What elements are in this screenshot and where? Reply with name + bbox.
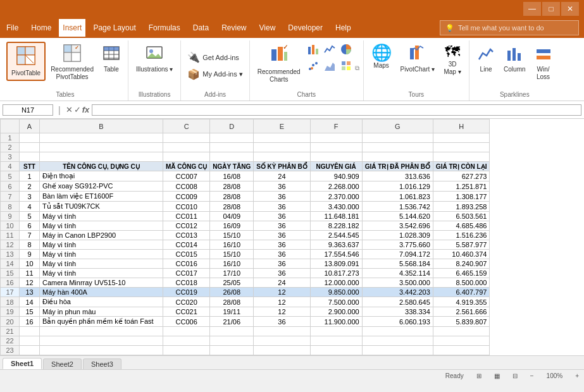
maps-button[interactable]: 🌐 Maps bbox=[368, 42, 395, 72]
table-row: 9 5 Máy vi tính CC011 04/09 36 11.648.18… bbox=[1, 212, 490, 221]
pivot-chart-button[interactable]: PivotChart ▾ bbox=[397, 42, 438, 76]
area-chart-button[interactable] bbox=[322, 58, 337, 73]
recommended-charts-button[interactable]: ✓ RecommendedCharts bbox=[254, 42, 304, 86]
recommended-pivot-label: RecommendedPivotTables bbox=[51, 66, 94, 81]
illustrations-icon bbox=[146, 44, 163, 64]
other-charts-button[interactable] bbox=[339, 58, 354, 73]
svg-text:✓: ✓ bbox=[75, 45, 79, 51]
table-row: 19 15 Máy in phun màu CC021 19/11 12 2.9… bbox=[1, 307, 490, 317]
sheet-tabs: Sheet1 Sheet2 Sheet3 bbox=[0, 355, 584, 369]
svg-point-31 bbox=[312, 64, 314, 66]
menu-insert[interactable]: Insert bbox=[58, 18, 87, 38]
svg-rect-37 bbox=[342, 66, 345, 70]
col-header-h[interactable]: H bbox=[433, 119, 490, 133]
menu-data[interactable]: Data bbox=[187, 18, 215, 38]
fx-icon[interactable]: fx bbox=[82, 105, 90, 114]
illustrations-button[interactable]: Illustrations ▾ bbox=[132, 42, 177, 76]
status-bar: Ready ⊞ ▦ ⊟ − 100% + bbox=[0, 369, 584, 382]
svg-rect-43 bbox=[518, 53, 521, 61]
illustrations-label: Illustrations ▾ bbox=[136, 66, 173, 73]
col-header-corner bbox=[1, 119, 20, 133]
charts-dialog-launcher[interactable]: ⧉ bbox=[355, 64, 359, 90]
formula-bar: | ✕ ✓ fx bbox=[0, 101, 584, 119]
svg-rect-3 bbox=[17, 55, 25, 64]
col-header-g[interactable]: G bbox=[362, 119, 433, 133]
table-button[interactable]: Table bbox=[99, 42, 124, 76]
bar-chart-button[interactable] bbox=[306, 42, 321, 57]
pivot-table-icon bbox=[16, 46, 36, 68]
menu-developer[interactable]: Developer bbox=[282, 18, 329, 38]
view-preview-icon[interactable]: ⊟ bbox=[513, 372, 518, 379]
sheet-tab-2[interactable]: Sheet2 bbox=[43, 358, 82, 369]
svg-rect-7 bbox=[64, 45, 71, 52]
col-header-b[interactable]: B bbox=[40, 119, 163, 133]
col-header-f[interactable]: F bbox=[310, 119, 362, 133]
ribbon-group-addins: 🔌 Get Add-ins 📦 My Add-ins ▾ Add-ins bbox=[181, 40, 249, 101]
grid-table: A B C D E F G H 1 2 bbox=[0, 119, 490, 355]
sheet-tab-3[interactable]: Sheet3 bbox=[83, 358, 121, 369]
lightbulb-icon: 💡 bbox=[445, 24, 454, 32]
view-layout-icon[interactable]: ▦ bbox=[494, 372, 500, 379]
pivot-table-button[interactable]: PivotTable bbox=[6, 42, 46, 81]
col-header-e[interactable]: E bbox=[254, 119, 310, 133]
my-addins-button[interactable]: 📦 My Add-ins ▾ bbox=[185, 67, 245, 82]
maximize-button[interactable]: □ bbox=[542, 2, 560, 16]
win-loss-button[interactable]: Win/Loss bbox=[531, 42, 556, 83]
close-button[interactable]: ✕ bbox=[561, 2, 579, 16]
menu-home[interactable]: Home bbox=[25, 18, 58, 38]
scatter-chart-button[interactable] bbox=[306, 58, 321, 73]
table-row: 23 bbox=[1, 346, 490, 355]
col-header-c[interactable]: C bbox=[163, 119, 210, 133]
col-header-a[interactable]: A bbox=[20, 119, 40, 133]
minimize-button[interactable]: — bbox=[523, 2, 541, 16]
3d-map-button[interactable]: 🗺 3DMap ▾ bbox=[440, 42, 465, 78]
svg-rect-26 bbox=[308, 47, 311, 54]
menu-help[interactable]: Help bbox=[329, 18, 357, 38]
formula-input[interactable] bbox=[92, 104, 581, 116]
line-sparkline-button[interactable]: Line bbox=[473, 42, 499, 76]
pivot-chart-icon bbox=[409, 44, 426, 64]
confirm-formula-icon[interactable]: ✓ bbox=[74, 105, 81, 114]
search-input[interactable] bbox=[458, 24, 572, 32]
svg-rect-36 bbox=[347, 61, 351, 65]
svg-marker-34 bbox=[325, 63, 335, 71]
column-sparkline-icon bbox=[506, 44, 523, 64]
recommended-pivot-button[interactable]: ✓ RecommendedPivotTables bbox=[47, 42, 97, 83]
svg-rect-23 bbox=[278, 47, 283, 61]
col-header-d[interactable]: D bbox=[210, 119, 254, 133]
menu-review[interactable]: Review bbox=[215, 18, 252, 38]
search-box[interactable]: 💡 bbox=[440, 20, 579, 35]
menu-page-layout[interactable]: Page Layout bbox=[87, 18, 142, 38]
ribbon-group-charts: ✓ RecommendedCharts bbox=[250, 40, 364, 101]
menu-view[interactable]: View bbox=[253, 18, 282, 38]
menu-file[interactable]: File bbox=[0, 18, 25, 38]
zoom-out-icon[interactable]: − bbox=[530, 372, 534, 379]
zoom-in-icon[interactable]: + bbox=[575, 372, 579, 379]
addins-group-label: Add-ins bbox=[204, 90, 226, 101]
sparklines-group-items: Line Column Win/Loss bbox=[473, 42, 556, 90]
svg-rect-40 bbox=[415, 46, 419, 59]
svg-rect-45 bbox=[537, 56, 550, 59]
my-addins-label: My Add-ins ▾ bbox=[202, 70, 242, 78]
get-addins-button[interactable]: 🔌 Get Add-ins bbox=[185, 50, 241, 64]
sheet-tab-1[interactable]: Sheet1 bbox=[3, 358, 42, 369]
svg-rect-27 bbox=[312, 45, 314, 54]
svg-rect-24 bbox=[284, 52, 287, 61]
table-row: 3 bbox=[1, 152, 490, 162]
svg-rect-38 bbox=[347, 66, 351, 70]
cancel-formula-icon[interactable]: ✕ bbox=[66, 105, 73, 114]
spreadsheet[interactable]: A B C D E F G H 1 2 bbox=[0, 119, 584, 355]
ribbon-group-tours: 🌐 Maps PivotChart ▾ 🗺 3DMap ▾ Tours bbox=[364, 40, 469, 101]
line-chart-button[interactable] bbox=[322, 42, 337, 57]
svg-rect-10 bbox=[71, 52, 80, 61]
svg-rect-42 bbox=[513, 48, 516, 61]
pie-chart-button[interactable] bbox=[339, 42, 354, 57]
view-normal-icon[interactable]: ⊞ bbox=[476, 372, 481, 379]
column-sparkline-button[interactable]: Column bbox=[500, 42, 529, 76]
table-icon bbox=[103, 44, 120, 64]
name-box[interactable] bbox=[3, 104, 53, 116]
formula-divider: | bbox=[56, 105, 63, 115]
menu-formulas[interactable]: Formulas bbox=[142, 18, 187, 38]
window-controls[interactable]: — □ ✕ bbox=[523, 2, 579, 16]
svg-rect-44 bbox=[537, 49, 550, 53]
